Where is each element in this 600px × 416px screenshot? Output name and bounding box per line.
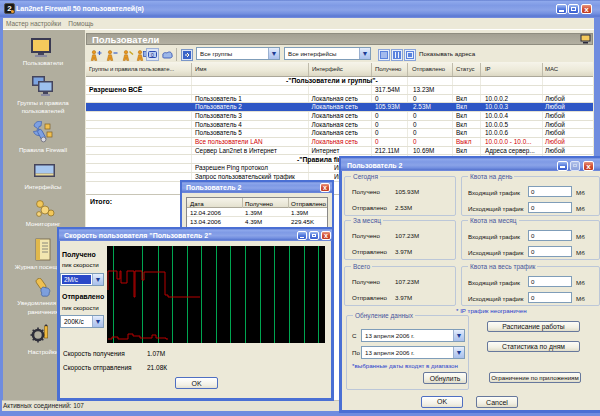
svg-text:0: 0 (151, 52, 154, 58)
